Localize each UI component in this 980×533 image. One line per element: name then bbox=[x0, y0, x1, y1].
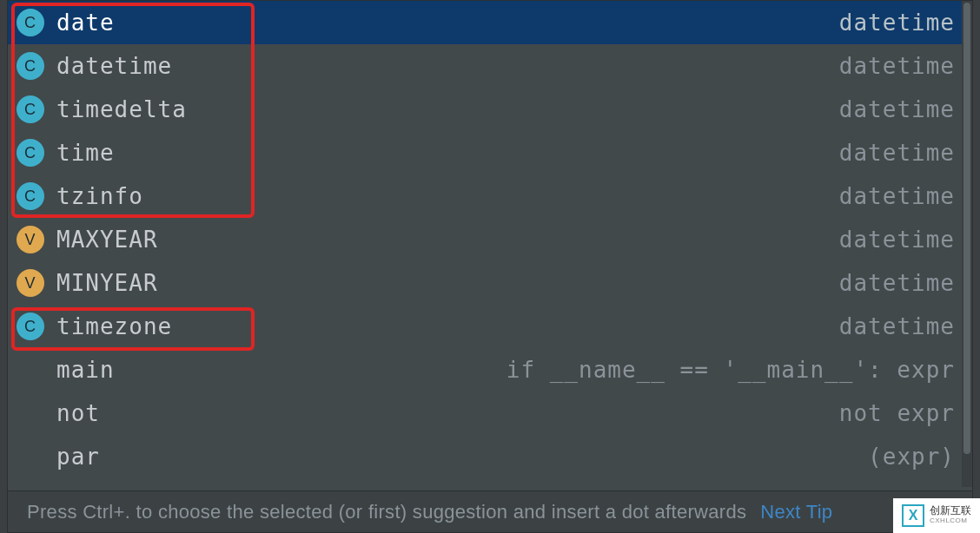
watermark-logo-icon: X bbox=[902, 504, 924, 527]
completion-item[interactable]: Ctimedeltadatetime bbox=[8, 88, 972, 131]
completion-item-name: par bbox=[56, 444, 100, 470]
completion-item[interactable]: Cdatedatetime bbox=[8, 1, 972, 44]
class-icon: C bbox=[17, 313, 44, 340]
watermark-text: 创新互联 CXHLCOM bbox=[930, 505, 971, 526]
class-icon: C bbox=[17, 52, 44, 80]
keyword-icon bbox=[17, 443, 44, 470]
completion-item-hint: datetime bbox=[839, 140, 955, 166]
completion-item[interactable]: Ctimedatetime bbox=[8, 131, 972, 174]
keyword-icon bbox=[17, 356, 44, 384]
class-icon: C bbox=[17, 95, 44, 123]
watermark: X 创新互联 CXHLCOM bbox=[893, 498, 980, 533]
completion-item-hint: if __name__ == '__main__': expr bbox=[507, 357, 955, 383]
class-icon: C bbox=[17, 182, 44, 210]
completion-item[interactable]: VMAXYEARdatetime bbox=[8, 218, 972, 261]
keyword-icon bbox=[17, 399, 44, 427]
completion-item-name: tzinfo bbox=[56, 183, 143, 209]
completion-item[interactable]: Ctimezonedatetime bbox=[8, 305, 972, 348]
completion-item-name: MINYEAR bbox=[56, 270, 158, 296]
completion-item-name: main bbox=[56, 357, 115, 383]
completion-list[interactable]: CdatedatetimeCdatetimedatetimeCtimedelta… bbox=[8, 1, 972, 489]
completion-item-name: not bbox=[56, 400, 100, 426]
completion-item-hint: datetime bbox=[839, 313, 955, 339]
completion-item[interactable]: mainif __name__ == '__main__': expr bbox=[8, 348, 972, 392]
completion-item-hint: datetime bbox=[839, 10, 955, 36]
completion-item-hint: datetime bbox=[839, 96, 955, 122]
completion-item-name: MAXYEAR bbox=[56, 227, 158, 253]
completion-item-name: timezone bbox=[56, 313, 172, 339]
completion-popup: CdatedatetimeCdatetimedatetimeCtimedelta… bbox=[7, 0, 973, 533]
completion-item[interactable]: par(expr) bbox=[8, 435, 972, 478]
scrollbar[interactable] bbox=[962, 1, 972, 487]
variable-icon: V bbox=[17, 226, 44, 253]
completion-item-hint: not expr bbox=[839, 400, 955, 426]
completion-item-hint: (expr) bbox=[868, 444, 955, 470]
watermark-sub: CXHLCOM bbox=[930, 516, 971, 526]
scrollbar-thumb[interactable] bbox=[963, 3, 970, 454]
status-tip-text: Press Ctrl+. to choose the selected (or … bbox=[27, 501, 746, 523]
completion-item-hint: datetime bbox=[839, 227, 955, 253]
completion-item-name: date bbox=[56, 10, 115, 36]
completion-item-name: timedelta bbox=[56, 96, 187, 122]
completion-item[interactable]: VMINYEARdatetime bbox=[8, 261, 972, 305]
completion-item-name: datetime bbox=[56, 53, 172, 79]
variable-icon: V bbox=[17, 269, 44, 297]
next-tip-link[interactable]: Next Tip bbox=[760, 501, 832, 523]
status-bar: Press Ctrl+. to choose the selected (or … bbox=[8, 490, 972, 532]
completion-item-name: time bbox=[56, 140, 115, 166]
class-icon: C bbox=[17, 139, 44, 167]
class-icon: C bbox=[17, 9, 44, 36]
completion-item-hint: datetime bbox=[839, 270, 955, 296]
completion-item-hint: datetime bbox=[839, 183, 955, 209]
completion-item-hint: datetime bbox=[839, 53, 955, 79]
completion-item[interactable]: notnot expr bbox=[8, 392, 972, 435]
completion-item[interactable]: Cdatetimedatetime bbox=[8, 44, 972, 88]
completion-item[interactable]: Ctzinfodatetime bbox=[8, 174, 972, 218]
watermark-brand: 创新互联 bbox=[930, 505, 971, 516]
